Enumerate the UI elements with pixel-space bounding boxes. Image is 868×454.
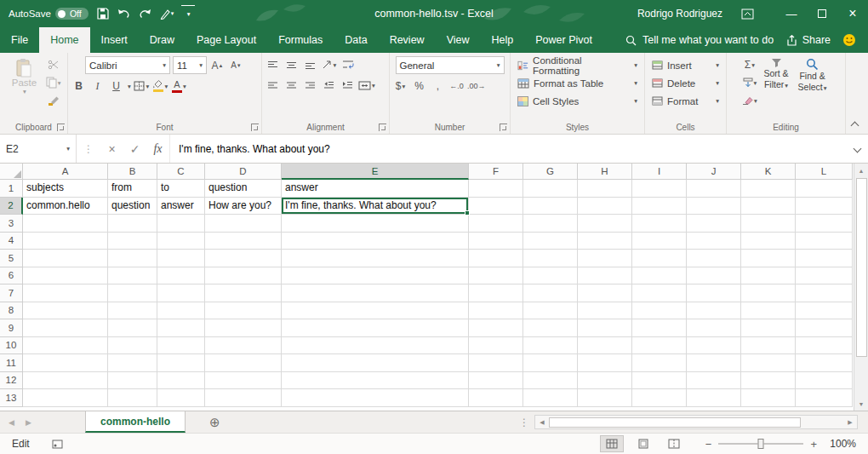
customize-qat-button[interactable]: ▾ [181, 5, 195, 22]
column-header-G[interactable]: G [523, 164, 578, 180]
cell-H11[interactable] [578, 354, 632, 372]
cell-J13[interactable] [687, 389, 741, 407]
align-bottom-button[interactable] [302, 56, 318, 73]
cell-F9[interactable] [469, 319, 523, 337]
cell-K11[interactable] [741, 354, 796, 372]
cell-H12[interactable] [578, 372, 632, 390]
cell-G3[interactable] [523, 215, 578, 233]
cell-C5[interactable] [157, 250, 205, 267]
cell-J3[interactable] [687, 215, 741, 233]
row-header-3[interactable]: 3 [0, 215, 23, 233]
cell-A1[interactable]: subjects [23, 180, 108, 198]
row-header-10[interactable]: 10 [0, 337, 23, 355]
cell-J11[interactable] [687, 354, 741, 372]
user-name[interactable]: Rodrigo Rodriguez [637, 8, 722, 20]
horizontal-scroll-thumb[interactable] [549, 417, 801, 428]
cell-L4[interactable] [796, 233, 853, 250]
sheet-nav-left[interactable]: ◀ [9, 411, 14, 433]
fill-color-button[interactable]: ▾ [152, 78, 168, 95]
align-middle-button[interactable] [283, 56, 300, 73]
cell-K1[interactable] [741, 180, 796, 198]
cell-G12[interactable] [523, 372, 578, 390]
cell-K4[interactable] [741, 233, 796, 250]
cell-G13[interactable] [523, 389, 578, 407]
cell-L2[interactable] [796, 198, 853, 216]
cancel-button[interactable]: × [100, 135, 123, 163]
cell-C3[interactable] [157, 215, 205, 233]
fill-handle[interactable] [465, 210, 470, 216]
cell-F7[interactable] [469, 284, 523, 302]
cell-I10[interactable] [632, 337, 687, 355]
sheet-tab-common-hello[interactable]: common-hello [85, 411, 186, 433]
cell-A11[interactable] [23, 354, 108, 372]
cell-F6[interactable] [469, 267, 523, 285]
formula-bar-resize-handle[interactable]: ⋮ [77, 135, 100, 163]
row-header-13[interactable]: 13 [0, 389, 23, 407]
formula-bar-expand-button[interactable] [846, 135, 868, 163]
clipboard-dialog-launcher[interactable] [57, 124, 65, 131]
cell-E12[interactable] [282, 372, 469, 390]
cell-F13[interactable] [469, 389, 523, 407]
cell-F3[interactable] [469, 215, 523, 233]
percent-style-button[interactable]: % [411, 78, 427, 95]
comma-style-button[interactable]: , [430, 78, 446, 95]
cell-G9[interactable] [523, 319, 578, 337]
column-header-H[interactable]: H [578, 164, 632, 180]
cell-F5[interactable] [469, 250, 523, 267]
cell-F12[interactable] [469, 372, 523, 390]
cell-E8[interactable] [282, 302, 469, 320]
column-header-F[interactable]: F [469, 164, 523, 180]
column-header-C[interactable]: C [157, 164, 205, 180]
scroll-left-arrow[interactable]: ◀ [535, 416, 549, 428]
cell-A7[interactable] [23, 284, 108, 302]
cell-A2[interactable]: common.hello [23, 198, 108, 216]
cell-J2[interactable] [687, 198, 741, 216]
cell-E11[interactable] [282, 354, 469, 372]
cell-G10[interactable] [523, 337, 578, 355]
cell-G5[interactable] [523, 250, 578, 267]
cell-A3[interactable] [23, 215, 108, 233]
number-dialog-launcher[interactable] [500, 124, 507, 131]
cell-E10[interactable] [282, 337, 469, 355]
cell-J9[interactable] [687, 319, 741, 337]
close-button[interactable]: × [837, 0, 868, 27]
accounting-format-button[interactable]: $▾ [392, 78, 408, 95]
cell-B11[interactable] [108, 354, 157, 372]
align-center-button[interactable] [283, 77, 300, 94]
paste-button[interactable]: Paste ▾ [6, 56, 43, 97]
cell-A10[interactable] [23, 337, 108, 355]
font-color-button[interactable]: A ▾ [171, 78, 187, 95]
cell-I12[interactable] [632, 372, 687, 390]
format-cells-button[interactable]: Format▾ [648, 92, 723, 110]
decrease-decimal-button[interactable]: .00→ [467, 78, 486, 95]
touch-mode-button[interactable]: ▾ [160, 5, 174, 22]
cell-L3[interactable] [796, 215, 853, 233]
column-header-D[interactable]: D [205, 164, 282, 180]
cell-D7[interactable] [205, 284, 282, 302]
cell-L8[interactable] [796, 302, 853, 320]
cell-I8[interactable] [632, 302, 687, 320]
row-header-6[interactable]: 6 [0, 267, 23, 285]
cell-D3[interactable] [205, 215, 282, 233]
cell-I7[interactable] [632, 284, 687, 302]
tell-me-box[interactable]: Tell me what you want to do [625, 27, 774, 53]
cell-B3[interactable] [108, 215, 157, 233]
cell-L6[interactable] [796, 267, 853, 285]
page-layout-view-button[interactable] [632, 436, 654, 451]
sheet-nav-right[interactable]: ▶ [26, 411, 31, 433]
cell-I13[interactable] [632, 389, 687, 407]
cell-C7[interactable] [157, 284, 205, 302]
scroll-up-arrow[interactable]: ▲ [854, 164, 868, 177]
conditional-formatting-button[interactable]: Conditional Formatting▾ [513, 56, 642, 74]
cell-A6[interactable] [23, 267, 108, 285]
cell-G8[interactable] [523, 302, 578, 320]
cell-H1[interactable] [578, 180, 632, 198]
cell-D4[interactable] [205, 233, 282, 250]
page-break-view-button[interactable] [663, 436, 685, 451]
cell-F8[interactable] [469, 302, 523, 320]
tab-review[interactable]: Review [379, 27, 436, 53]
row-header-8[interactable]: 8 [0, 302, 23, 320]
cell-K7[interactable] [741, 284, 796, 302]
cell-D10[interactable] [205, 337, 282, 355]
increase-font-size-button[interactable]: A▲ [209, 57, 226, 74]
